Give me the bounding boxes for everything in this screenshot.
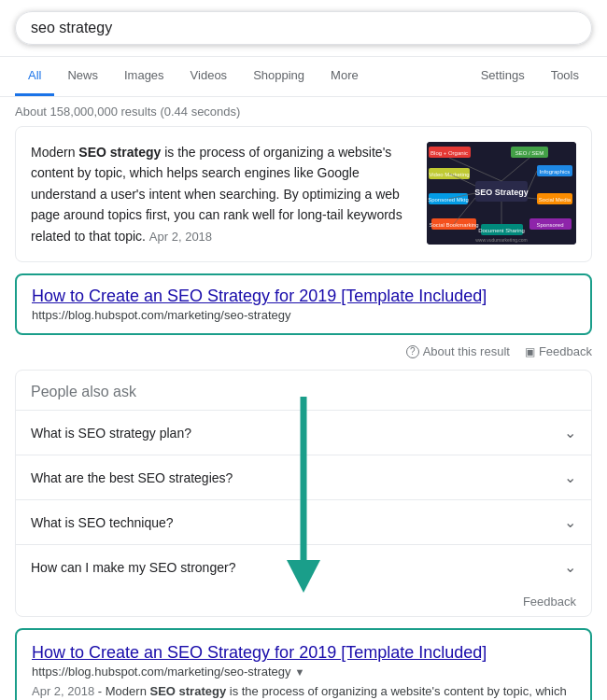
search-bar-wrapper xyxy=(0,0,607,57)
paa-question-1: What is SEO strategy plan? xyxy=(31,426,191,441)
chevron-icon-1: ⌄ xyxy=(564,424,576,441)
svg-text:SEO Strategy: SEO Strategy xyxy=(474,188,529,197)
svg-marker-36 xyxy=(287,560,320,593)
svg-text:SEO / SEM: SEO / SEM xyxy=(515,150,544,156)
svg-text:Social Media: Social Media xyxy=(539,197,572,203)
svg-text:Blog + Organic: Blog + Organic xyxy=(431,150,468,156)
svg-text:Social Bookmarking: Social Bookmarking xyxy=(429,222,478,228)
featured-snippet-text: Modern SEO strategy is the process of or… xyxy=(31,142,412,246)
snippet-dash: - Modern xyxy=(98,684,150,698)
second-result-date: Apr 2, 2018 xyxy=(32,684,94,698)
paa-feedback-text[interactable]: Feedback xyxy=(523,595,576,609)
snippet-text: Modern SEO strategy is the process of or… xyxy=(31,145,402,244)
tab-videos[interactable]: Videos xyxy=(177,57,241,96)
snippet-bold: SEO strategy xyxy=(149,684,226,698)
search-bar xyxy=(15,11,592,45)
featured-image: SEO Strategy Blog + Organic SEO / SEM In… xyxy=(427,142,576,245)
chevron-icon-3: ⌄ xyxy=(564,513,576,531)
chevron-icon-2: ⌄ xyxy=(564,469,576,486)
dropdown-icon[interactable]: ▼ xyxy=(294,666,304,678)
info-icon: ? xyxy=(406,345,419,358)
about-this-result[interactable]: ? About this result xyxy=(406,344,510,358)
feedback-icon: ▣ xyxy=(525,345,535,358)
results-count: About 158,000,000 results (0.44 seconds) xyxy=(0,97,607,126)
svg-text:Infographics: Infographics xyxy=(540,169,571,175)
first-result-url: https://blog.hubspot.com/marketing/seo-s… xyxy=(32,308,575,322)
chevron-icon-4: ⌄ xyxy=(564,558,576,576)
first-result-link-card: How to Create an SEO Strategy for 2019 [… xyxy=(15,273,592,335)
result-meta-row: ? About this result ▣ Feedback xyxy=(15,339,592,370)
feedback-link-top[interactable]: ▣ Feedback xyxy=(525,344,592,358)
tab-shopping[interactable]: Shopping xyxy=(240,57,318,96)
svg-text:Sponsored Mktg: Sponsored Mktg xyxy=(428,197,469,203)
tab-all[interactable]: All xyxy=(15,57,54,96)
tab-settings[interactable]: Settings xyxy=(468,57,538,96)
tab-tools[interactable]: Tools xyxy=(538,57,592,96)
svg-text:Video Marketing: Video Marketing xyxy=(429,172,469,177)
featured-snippet-card: Modern SEO strategy is the process of or… xyxy=(15,126,592,262)
paa-feedback-row: Feedback xyxy=(16,589,591,616)
second-result-url: https://blog.hubspot.com/marketing/seo-s… xyxy=(32,665,575,679)
tab-images[interactable]: Images xyxy=(111,57,177,96)
svg-text:Sponsored: Sponsored xyxy=(536,222,563,228)
first-result-title[interactable]: How to Create an SEO Strategy for 2019 [… xyxy=(32,287,575,306)
green-arrow xyxy=(281,397,326,593)
search-input[interactable] xyxy=(31,20,565,36)
paa-question-4: How can I make my SEO stronger? xyxy=(31,560,235,575)
about-text: About this result xyxy=(423,344,510,358)
paa-question-3: What is SEO technique? xyxy=(31,515,174,530)
second-result-snippet: Apr 2, 2018 - Modern SEO strategy is the… xyxy=(32,682,575,700)
second-result-url-text: https://blog.hubspot.com/marketing/seo-s… xyxy=(32,665,290,679)
feedback-text-top: Feedback xyxy=(539,344,592,358)
svg-text:Document Sharing: Document Sharing xyxy=(478,228,525,233)
main-content: Modern SEO strategy is the process of or… xyxy=(0,126,607,700)
second-result-title[interactable]: How to Create an SEO Strategy for 2019 [… xyxy=(32,643,575,663)
nav-right: Settings Tools xyxy=(468,57,592,96)
search-icons xyxy=(565,21,576,35)
tab-news[interactable]: News xyxy=(54,57,111,96)
paa-question-2: What are the best SEO strategies? xyxy=(31,470,233,485)
nav-tabs: All News Images Videos Shopping More Set… xyxy=(0,57,607,97)
snippet-date: Apr 2, 2018 xyxy=(149,230,212,244)
second-result-card: How to Create an SEO Strategy for 2019 [… xyxy=(15,628,592,700)
tab-more[interactable]: More xyxy=(318,57,372,96)
svg-text:www.vudumarketing.com: www.vudumarketing.com xyxy=(475,237,528,243)
